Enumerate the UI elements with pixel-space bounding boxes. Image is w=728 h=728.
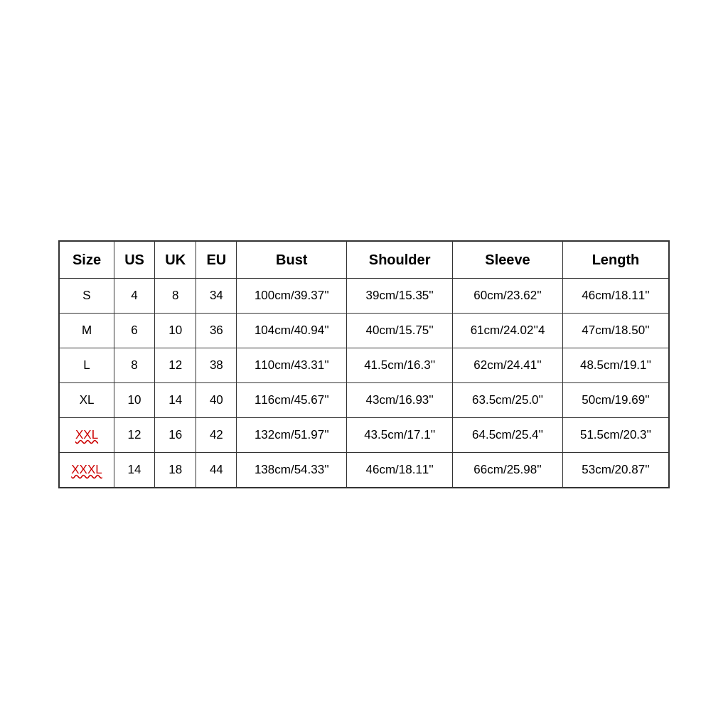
table-row: XXL121642132cm/51.97''43.5cm/17.1''64.5c… (59, 417, 669, 452)
cell-bust: 138cm/54.33'' (237, 452, 347, 488)
cell-sleeve: 62cm/24.41'' (453, 348, 563, 382)
cell-uk: 10 (155, 313, 196, 348)
cell-uk: 18 (155, 452, 196, 488)
cell-us: 6 (114, 313, 155, 348)
cell-length: 51.5cm/20.3'' (562, 417, 669, 452)
table-row: L81238110cm/43.31''41.5cm/16.3''62cm/24.… (59, 348, 669, 382)
cell-bust: 100cm/39.37'' (237, 278, 347, 313)
cell-sleeve: 60cm/23.62'' (453, 278, 563, 313)
cell-uk: 16 (155, 417, 196, 452)
cell-eu: 34 (196, 278, 237, 313)
header-eu: EU (196, 241, 237, 279)
header-us: US (114, 241, 155, 279)
cell-shoulder: 46cm/18.11'' (347, 452, 453, 488)
cell-us: 4 (114, 278, 155, 313)
cell-eu: 44 (196, 452, 237, 488)
header-bust: Bust (237, 241, 347, 279)
cell-size: XXXL (59, 452, 114, 488)
cell-size: XXL (59, 417, 114, 452)
cell-size: M (59, 313, 114, 348)
header-length: Length (562, 241, 669, 279)
cell-length: 53cm/20.87'' (562, 452, 669, 488)
cell-bust: 110cm/43.31'' (237, 348, 347, 382)
table-row: XXXL141844138cm/54.33''46cm/18.11''66cm/… (59, 452, 669, 488)
cell-sleeve: 61cm/24.02''4 (453, 313, 563, 348)
header-sleeve: Sleeve (453, 241, 563, 279)
cell-us: 14 (114, 452, 155, 488)
cell-eu: 36 (196, 313, 237, 348)
table-row: M61036104cm/40.94''40cm/15.75''61cm/24.0… (59, 313, 669, 348)
table-row: XL101440116cm/45.67''43cm/16.93''63.5cm/… (59, 382, 669, 417)
cell-bust: 132cm/51.97'' (237, 417, 347, 452)
cell-length: 50cm/19.69'' (562, 382, 669, 417)
cell-eu: 40 (196, 382, 237, 417)
size-chart-table: Size US UK EU Bust Shoulder Sleeve Lengt… (58, 240, 670, 488)
cell-uk: 14 (155, 382, 196, 417)
cell-size: L (59, 348, 114, 382)
cell-uk: 8 (155, 278, 196, 313)
cell-bust: 116cm/45.67'' (237, 382, 347, 417)
cell-length: 46cm/18.11'' (562, 278, 669, 313)
cell-bust: 104cm/40.94'' (237, 313, 347, 348)
table-header-row: Size US UK EU Bust Shoulder Sleeve Lengt… (59, 241, 669, 279)
cell-shoulder: 43.5cm/17.1'' (347, 417, 453, 452)
cell-size: XL (59, 382, 114, 417)
cell-us: 12 (114, 417, 155, 452)
header-uk: UK (155, 241, 196, 279)
cell-sleeve: 63.5cm/25.0'' (453, 382, 563, 417)
cell-us: 8 (114, 348, 155, 382)
header-size: Size (59, 241, 114, 279)
header-shoulder: Shoulder (347, 241, 453, 279)
cell-shoulder: 40cm/15.75'' (347, 313, 453, 348)
table-row: S4834100cm/39.37''39cm/15.35''60cm/23.62… (59, 278, 669, 313)
cell-shoulder: 43cm/16.93'' (347, 382, 453, 417)
cell-eu: 38 (196, 348, 237, 382)
cell-size: S (59, 278, 114, 313)
size-chart-container: Size US UK EU Bust Shoulder Sleeve Lengt… (44, 226, 684, 503)
cell-eu: 42 (196, 417, 237, 452)
cell-shoulder: 41.5cm/16.3'' (347, 348, 453, 382)
cell-sleeve: 66cm/25.98'' (453, 452, 563, 488)
cell-shoulder: 39cm/15.35'' (347, 278, 453, 313)
cell-sleeve: 64.5cm/25.4'' (453, 417, 563, 452)
cell-uk: 12 (155, 348, 196, 382)
cell-length: 47cm/18.50'' (562, 313, 669, 348)
cell-length: 48.5cm/19.1'' (562, 348, 669, 382)
cell-us: 10 (114, 382, 155, 417)
